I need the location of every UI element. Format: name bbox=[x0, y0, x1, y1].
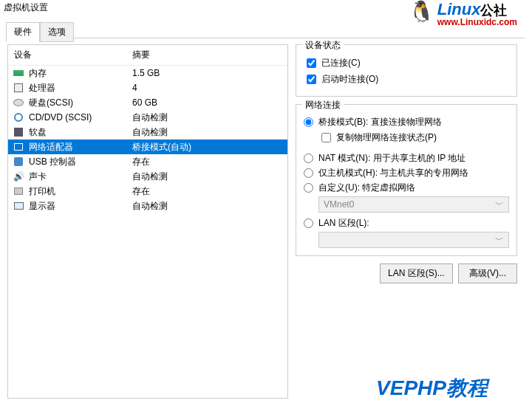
device-state-title: 设备状态 bbox=[302, 39, 344, 52]
header-device[interactable]: 设备 bbox=[8, 45, 126, 65]
device-summary: 1.5 GB bbox=[132, 68, 283, 78]
device-name: USB 控制器 bbox=[29, 156, 132, 168]
checkbox-connect-at-power-input[interactable] bbox=[307, 75, 316, 84]
device-summary: 自动检测 bbox=[132, 170, 283, 183]
device-name: 声卡 bbox=[29, 170, 132, 183]
list-item-floppy[interactable]: 软盘自动检测 bbox=[8, 125, 287, 139]
device-list: 设备 摘要 内存1.5 GB处理器4硬盘(SCSI)60 GBCD/DVD (S… bbox=[7, 44, 288, 399]
chevron-down-icon: ﹀ bbox=[495, 199, 504, 211]
device-name: 硬盘(SCSI) bbox=[29, 97, 132, 109]
radio-bridged-label: 桥接模式(B): 直接连接物理网络 bbox=[318, 116, 442, 128]
group-device-state: 设备状态 已连接(C) 启动时连接(O) bbox=[296, 44, 517, 97]
device-summary: 存在 bbox=[132, 185, 283, 198]
list-item-memory[interactable]: 内存1.5 GB bbox=[8, 66, 287, 80]
radio-nat-input[interactable] bbox=[304, 154, 313, 163]
device-summary: 自动检测 bbox=[132, 111, 283, 124]
list-item-hdd[interactable]: 硬盘(SCSI)60 GB bbox=[8, 95, 287, 110]
device-name: 处理器 bbox=[29, 82, 132, 94]
logo-url: www.Linuxidc.com bbox=[437, 17, 517, 27]
radio-hostonly-label: 仅主机模式(H): 与主机共享的专用网络 bbox=[318, 167, 468, 179]
device-name: CD/DVD (SCSI) bbox=[29, 112, 132, 123]
radio-hostonly[interactable]: 仅主机模式(H): 与主机共享的专用网络 bbox=[304, 167, 509, 179]
radio-lan-segment[interactable]: LAN 区段(L): bbox=[304, 217, 509, 230]
checkbox-replicate[interactable]: 复制物理网络连接状态(P) bbox=[318, 131, 509, 145]
combo-vmnet-value: VMnet0 bbox=[324, 199, 354, 210]
combo-vmnet[interactable]: VMnet0 ﹀ bbox=[318, 196, 509, 213]
device-summary: 存在 bbox=[132, 156, 283, 168]
list-item-usb[interactable]: USB 控制器存在 bbox=[8, 154, 287, 169]
list-item-printer[interactable]: 打印机存在 bbox=[8, 184, 287, 199]
watermark: VEPHP教程 bbox=[376, 374, 488, 402]
radio-custom-input[interactable] bbox=[304, 183, 313, 193]
list-item-cpu[interactable]: 处理器4 bbox=[8, 80, 287, 95]
sound-icon: 🔊 bbox=[13, 170, 24, 182]
radio-bridged-input[interactable] bbox=[304, 117, 313, 127]
checkbox-connect-at-power-label: 启动时连接(O) bbox=[321, 73, 378, 86]
logo-suffix: 公社 bbox=[480, 3, 507, 18]
usb-icon bbox=[13, 156, 24, 168]
checkbox-connect-at-power[interactable]: 启动时连接(O) bbox=[304, 72, 509, 86]
device-name: 内存 bbox=[29, 67, 132, 80]
lan-segments-button[interactable]: LAN 区段(S)... bbox=[380, 263, 453, 283]
list-item-cd[interactable]: CD/DVD (SCSI)自动检测 bbox=[8, 110, 287, 125]
tux-icon: 🐧 bbox=[409, 1, 434, 22]
header-summary[interactable]: 摘要 bbox=[126, 45, 287, 65]
button-row: LAN 区段(S)... 高级(V)... bbox=[296, 263, 517, 283]
radio-custom[interactable]: 自定义(U): 特定虚拟网络 bbox=[304, 182, 509, 194]
device-summary: 桥接模式(自动) bbox=[132, 141, 283, 154]
device-name: 显示器 bbox=[29, 200, 132, 213]
radio-hostonly-input[interactable] bbox=[304, 168, 313, 178]
checkbox-replicate-input[interactable] bbox=[321, 133, 331, 142]
logo-brand: Linux bbox=[437, 0, 481, 18]
radio-lan-segment-label: LAN 区段(L): bbox=[318, 217, 369, 230]
printer-icon bbox=[13, 185, 24, 197]
checkbox-connected-label: 已连接(C) bbox=[321, 57, 361, 69]
device-name: 网络适配器 bbox=[29, 141, 132, 154]
device-name: 打印机 bbox=[29, 185, 132, 198]
cd-icon bbox=[13, 111, 24, 123]
cpu-icon bbox=[13, 82, 24, 94]
chevron-down-icon: ﹀ bbox=[495, 234, 504, 247]
network-connection-title: 网络连接 bbox=[302, 99, 344, 111]
logo-area: 🐧 Linux公社 www.Linuxidc.com bbox=[409, 1, 517, 27]
radio-nat-label: NAT 模式(N): 用于共享主机的 IP 地址 bbox=[318, 152, 466, 165]
radio-nat[interactable]: NAT 模式(N): 用于共享主机的 IP 地址 bbox=[304, 152, 509, 165]
radio-custom-label: 自定义(U): 特定虚拟网络 bbox=[318, 182, 415, 194]
device-summary: 4 bbox=[132, 83, 283, 93]
floppy-icon bbox=[13, 126, 24, 138]
list-header: 设备 摘要 bbox=[8, 45, 287, 66]
hdd-icon bbox=[13, 97, 24, 108]
tab-options[interactable]: 选项 bbox=[40, 22, 74, 42]
memory-icon bbox=[13, 67, 24, 79]
list-item-sound[interactable]: 🔊声卡自动检测 bbox=[8, 169, 287, 184]
checkbox-replicate-label: 复制物理网络连接状态(P) bbox=[336, 131, 437, 144]
device-summary: 60 GB bbox=[132, 97, 283, 108]
combo-lan-segment[interactable]: ﹀ bbox=[318, 232, 509, 248]
device-name: 软盘 bbox=[29, 126, 132, 139]
tab-hardware[interactable]: 硬件 bbox=[6, 22, 40, 42]
advanced-button[interactable]: 高级(V)... bbox=[458, 263, 517, 283]
checkbox-connected[interactable]: 已连接(C) bbox=[304, 56, 509, 70]
group-network-connection: 网络连接 桥接模式(B): 直接连接物理网络 复制物理网络连接状态(P) NAT… bbox=[296, 104, 517, 256]
net-icon bbox=[13, 141, 24, 153]
display-icon bbox=[13, 200, 24, 212]
device-summary: 自动检测 bbox=[132, 126, 283, 139]
list-item-display[interactable]: 显示器自动检测 bbox=[8, 199, 287, 213]
device-summary: 自动检测 bbox=[132, 200, 283, 213]
radio-bridged[interactable]: 桥接模式(B): 直接连接物理网络 bbox=[304, 116, 509, 128]
checkbox-connected-input[interactable] bbox=[307, 58, 316, 68]
radio-lan-segment-input[interactable] bbox=[304, 218, 313, 228]
list-item-net[interactable]: 网络适配器桥接模式(自动) bbox=[8, 139, 287, 154]
